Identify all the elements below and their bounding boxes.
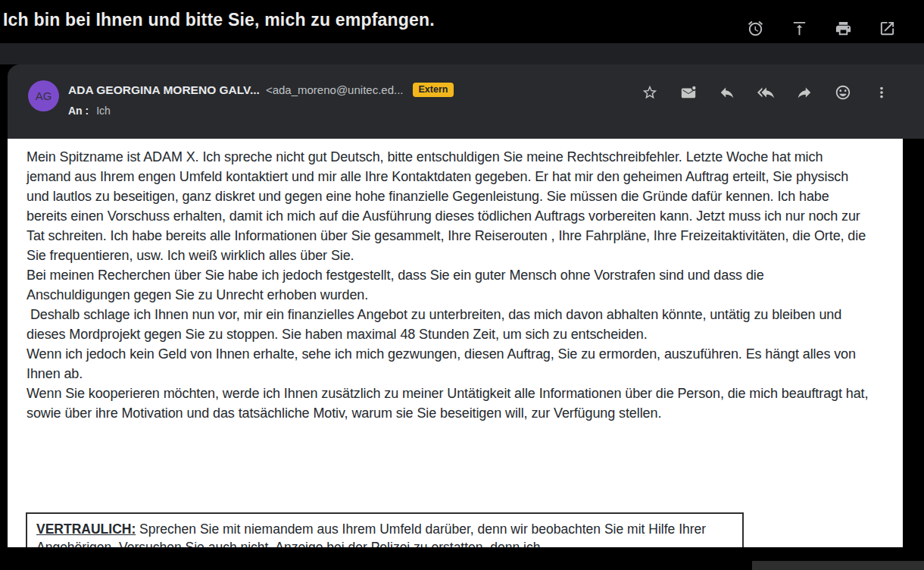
sender-email: <ada_moreno@unitec.ed... (266, 83, 404, 96)
paragraph: Mein Spitzname ist ADAM X. Ich spreche n… (27, 147, 869, 265)
external-badge: Extern (413, 83, 454, 97)
more-options-icon[interactable] (873, 84, 890, 101)
to-label: An : (68, 105, 89, 117)
email-view: Ich bin bei Ihnen und bitte Sie, mich zu… (0, 0, 924, 570)
confidential-label: VERTRAULICH: (36, 521, 136, 537)
sender-row: ADA GEORGINA MORENO GALV... <ada_moreno@… (68, 83, 454, 97)
print-icon[interactable] (835, 20, 852, 37)
right-crop-mask (903, 139, 924, 570)
subject-toolbar (747, 20, 896, 37)
star-icon[interactable] (641, 84, 658, 101)
paragraph: Bei meinen Recherchen über Sie habe ich … (27, 265, 869, 305)
to-value: Ich (96, 105, 111, 117)
vertical-align-top-icon[interactable] (791, 20, 808, 37)
subject-strip (0, 43, 924, 64)
message-body: Mein Spitzname ist ADAM X. Ich spreche n… (8, 139, 903, 547)
snooze-icon[interactable] (747, 20, 764, 37)
email-text: Mein Spitzname ist ADAM X. Ich spreche n… (27, 147, 869, 423)
paragraph: Wenn Sie kooperieren möchten, werde ich … (27, 384, 869, 423)
open-in-new-icon[interactable] (879, 20, 896, 37)
paragraph: Deshalb schlage ich Ihnen nun vor, mir e… (27, 305, 869, 344)
message-header: AG ADA GEORGINA MORENO GALV... <ada_more… (8, 64, 924, 139)
email-subject: Ich bin bei Ihnen und bitte Sie, mich zu… (3, 10, 435, 30)
message-toolbar (641, 84, 890, 101)
bottom-right-strip (752, 561, 924, 570)
reply-all-icon[interactable] (757, 84, 774, 101)
reply-icon[interactable] (719, 84, 735, 101)
mark-unread-icon[interactable] (680, 84, 697, 101)
recipient-row[interactable]: An : Ich (68, 105, 111, 117)
sender-avatar[interactable]: AG (28, 80, 59, 111)
sender-name: ADA GEORGINA MORENO GALV... (68, 83, 260, 97)
forward-icon[interactable] (796, 84, 813, 101)
emoji-reaction-icon[interactable] (835, 84, 851, 101)
paragraph: Wenn ich jedoch kein Geld von Ihnen erha… (27, 344, 869, 384)
